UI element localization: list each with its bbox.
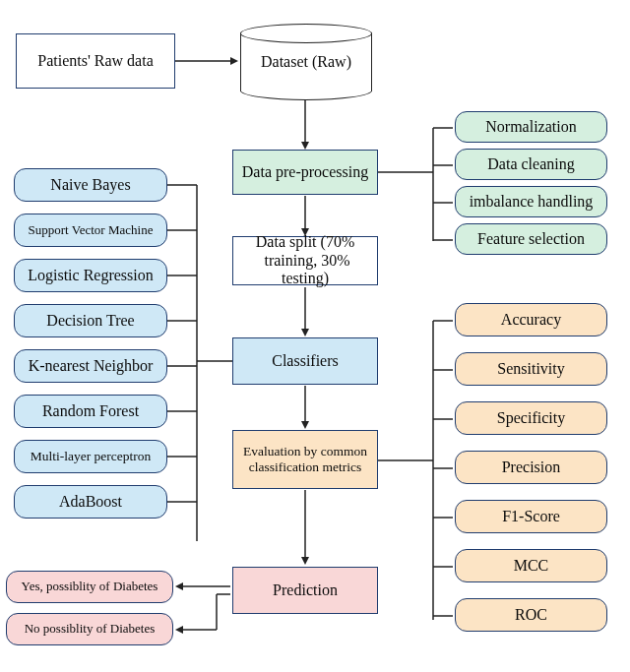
label: Feature selection <box>477 230 585 248</box>
metric-accuracy: Accuracy <box>455 303 607 336</box>
label: Normalization <box>485 118 576 136</box>
prep-step-imbalance: imbalance handling <box>455 186 607 217</box>
clf-adaboost: AdaBoost <box>14 485 167 519</box>
prep-step-feature-sel: Feature selection <box>455 223 607 255</box>
clf-mlp: Multi-layer perceptron <box>14 440 167 473</box>
label: imbalance handling <box>470 193 594 211</box>
clf-svm: Support Vector Machine <box>14 214 167 247</box>
dataset-cylinder: Dataset (Raw) <box>240 24 372 100</box>
label: Evaluation by common classification metr… <box>239 444 371 474</box>
outcome-no: No possiblity of Diabetes <box>6 613 173 645</box>
label: No possiblity of Diabetes <box>25 622 156 637</box>
label: Random Forest <box>42 402 139 420</box>
clf-rf: Random Forest <box>14 395 167 428</box>
label: Decision Tree <box>46 312 134 330</box>
prep-step-data-cleaning: Data cleaning <box>455 149 607 180</box>
label: Multi-layer perceptron <box>31 449 152 464</box>
classifiers-box: Classifiers <box>232 337 378 385</box>
clf-dt: Decision Tree <box>14 304 167 337</box>
clf-knn: K-nearest Neighbor <box>14 349 167 383</box>
label: Classifiers <box>272 352 339 370</box>
label: Support Vector Machine <box>29 223 154 238</box>
label: Yes, possiblity of Diabetes <box>22 580 158 594</box>
label: Sensitivity <box>497 360 564 378</box>
prediction-box: Prediction <box>232 567 378 614</box>
label: Prediction <box>273 581 338 599</box>
metric-mcc: MCC <box>455 549 607 582</box>
label: Dataset (Raw) <box>261 53 351 71</box>
label: Data pre-processing <box>242 163 368 181</box>
label: Naive Bayes <box>50 176 130 194</box>
label: Data split (70% training, 30% testing) <box>239 233 371 287</box>
split-box: Data split (70% training, 30% testing) <box>232 236 378 285</box>
clf-logreg: Logistic Regression <box>14 259 167 292</box>
label: Precision <box>502 458 561 476</box>
metric-roc: ROC <box>455 598 607 632</box>
label: F1-Score <box>502 508 560 525</box>
label: K-nearest Neighbor <box>29 357 154 375</box>
label: ROC <box>515 606 547 624</box>
preprocessing-box: Data pre-processing <box>232 150 378 195</box>
label: Patients' Raw data <box>37 52 154 70</box>
label: AdaBoost <box>59 493 122 511</box>
metric-precision: Precision <box>455 451 607 484</box>
evaluation-box: Evaluation by common classification metr… <box>232 430 378 489</box>
label: MCC <box>514 557 549 575</box>
metric-f1: F1-Score <box>455 500 607 533</box>
label: Logistic Regression <box>28 267 154 284</box>
outcome-yes: Yes, possiblity of Diabetes <box>6 571 173 603</box>
label: Data cleaning <box>487 155 574 173</box>
label: Specificity <box>497 409 565 427</box>
metric-sensitivity: Sensitivity <box>455 352 607 386</box>
metric-specificity: Specificity <box>455 401 607 435</box>
prep-step-normalization: Normalization <box>455 111 607 143</box>
label: Accuracy <box>501 311 561 329</box>
clf-naive-bayes: Naive Bayes <box>14 168 167 202</box>
input-patients-raw: Patients' Raw data <box>16 33 175 89</box>
